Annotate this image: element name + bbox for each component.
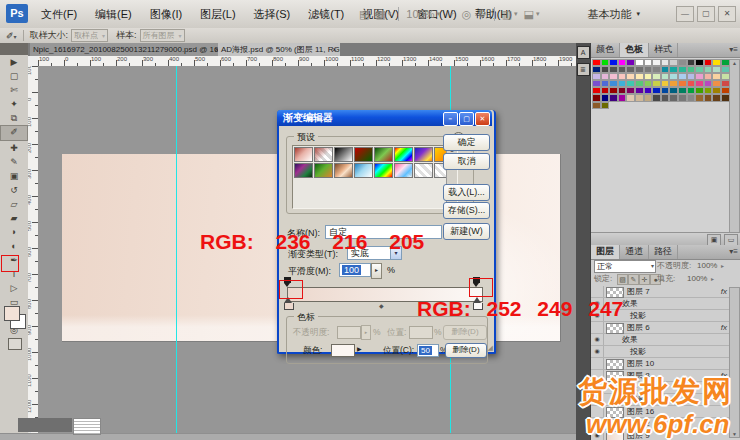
healing-brush-tool[interactable]: ✚	[1, 141, 27, 155]
color-swatch[interactable]	[695, 59, 704, 66]
stop-color-swatch[interactable]	[331, 344, 355, 357]
color-swatch[interactable]	[644, 73, 653, 80]
color-swatch[interactable]	[678, 73, 687, 80]
color-swatch[interactable]	[661, 94, 670, 101]
color-swatch[interactable]	[669, 66, 678, 73]
layer-row-图层 6[interactable]: 图层 6fx▴	[591, 322, 740, 334]
color-swatch[interactable]	[609, 59, 618, 66]
layer-thumbnail[interactable]	[606, 359, 624, 370]
menu-item-edit[interactable]: 编辑(E)	[86, 0, 141, 28]
color-swatch[interactable]	[635, 73, 644, 80]
swatches-scrollbar[interactable]: ▲	[729, 59, 740, 233]
gradient-preset-12[interactable]	[354, 163, 373, 178]
color-swatch[interactable]	[592, 66, 601, 73]
color-swatch[interactable]	[652, 94, 661, 101]
color-swatch[interactable]	[609, 73, 618, 80]
color-swatch[interactable]	[678, 94, 687, 101]
gradient-tool[interactable]: ▰	[1, 211, 27, 225]
color-swatch[interactable]	[626, 73, 635, 80]
color-swatch[interactable]	[661, 80, 670, 87]
dodge-tool[interactable]: ◐	[1, 239, 27, 253]
color-swatch[interactable]	[704, 94, 713, 101]
color-swatch[interactable]	[635, 80, 644, 87]
color-swatch[interactable]	[626, 94, 635, 101]
color-swatch[interactable]	[592, 94, 601, 101]
color-swatch[interactable]	[695, 80, 704, 87]
color-swatch[interactable]	[678, 80, 687, 87]
color-swatch[interactable]	[592, 80, 601, 87]
dialog-title-bar[interactable]: 渐变编辑器 ﹣▢✕	[277, 110, 492, 126]
gradient-preset-14[interactable]	[394, 163, 413, 178]
color-swatch[interactable]	[712, 66, 721, 73]
color-swatch[interactable]	[704, 59, 713, 66]
gradient-preset-15[interactable]	[414, 163, 433, 178]
maximize-button[interactable]: ▢	[459, 112, 474, 126]
color-swatch[interactable]	[618, 80, 627, 87]
eyedropper-tool[interactable]: ✐	[0, 125, 28, 141]
color-swatch[interactable]	[609, 80, 618, 87]
lasso-tool[interactable]: ✄	[1, 83, 27, 97]
minimize-button[interactable]: —	[676, 6, 694, 22]
color-swatch[interactable]	[644, 66, 653, 73]
gradient-preset-7[interactable]	[414, 147, 433, 162]
gradient-preset-1[interactable]	[294, 147, 313, 162]
color-flyout-icon[interactable]: ▶	[357, 345, 362, 352]
color-swatch[interactable]	[712, 87, 721, 94]
blur-tool[interactable]: ◗	[1, 225, 27, 239]
gradient-preset-6[interactable]	[394, 147, 413, 162]
fx-badge[interactable]: fx	[721, 286, 727, 297]
workspace-switcher[interactable]: 基本功能 ▾	[587, 0, 640, 28]
delete-button[interactable]: 删除(D)	[445, 343, 487, 358]
panel-menu-icon[interactable]: ▾≡	[729, 245, 738, 259]
color-swatch[interactable]	[609, 87, 618, 94]
color-swatch[interactable]	[626, 59, 635, 66]
color-swatch[interactable]	[661, 59, 670, 66]
panel-menu-icon[interactable]: ▾≡	[729, 43, 738, 57]
menu-item-select[interactable]: 选择(S)	[245, 0, 300, 28]
quick-mask-button[interactable]	[8, 338, 22, 350]
color-swatch[interactable]	[601, 102, 610, 109]
quick-selection-tool[interactable]: ✦	[1, 97, 27, 111]
hand-icon[interactable]: ☞	[446, 8, 456, 21]
foreground-color-swatch[interactable]	[4, 306, 20, 321]
marquee-tool[interactable]: ▢	[1, 69, 27, 83]
color-swatch[interactable]	[601, 94, 610, 101]
color-swatch[interactable]	[704, 80, 713, 87]
visibility-box[interactable]	[591, 358, 604, 369]
visibility-box[interactable]	[591, 286, 604, 297]
screen-mode-icon[interactable]: ⬓▾	[524, 8, 540, 21]
color-swatch[interactable]	[687, 66, 696, 73]
gradient-preset-2[interactable]	[314, 147, 333, 162]
color-swatch[interactable]	[669, 87, 678, 94]
color-swatch[interactable]	[644, 94, 653, 101]
color-swatch[interactable]	[678, 87, 687, 94]
layer-row-图层 10[interactable]: 图层 10	[591, 358, 740, 370]
close-button[interactable]: ✕	[475, 112, 490, 126]
sample-dropdown[interactable]: 所有图层▾	[140, 29, 185, 42]
color-swatch[interactable]	[695, 87, 704, 94]
gradient-preset-10[interactable]	[314, 163, 333, 178]
lock-transparency-icon[interactable]: ▨	[617, 274, 628, 285]
swatches-tab-色板[interactable]: 色板	[620, 43, 649, 57]
gradient-preset-5[interactable]	[374, 147, 393, 162]
color-swatch[interactable]	[626, 66, 635, 73]
layers-tab-图层[interactable]: 图层	[591, 245, 620, 259]
color-swatch[interactable]	[687, 73, 696, 80]
color-swatch[interactable]	[695, 73, 704, 80]
color-swatch[interactable]	[712, 80, 721, 87]
color-swatch[interactable]	[644, 87, 653, 94]
layers-tab-路径[interactable]: 路径	[649, 245, 678, 259]
sample-size-dropdown[interactable]: 取样点▾	[71, 29, 108, 42]
lock-paint-icon[interactable]: ✎	[628, 274, 639, 285]
path-selection-tool[interactable]: ▷	[1, 281, 27, 295]
color-swatch[interactable]	[644, 80, 653, 87]
color-swatch[interactable]	[678, 59, 687, 66]
color-swatch[interactable]	[635, 66, 644, 73]
color-swatch[interactable]	[609, 94, 618, 101]
eraser-tool[interactable]: ▱	[1, 197, 27, 211]
color-swatch[interactable]	[601, 66, 610, 73]
color-swatch[interactable]	[601, 59, 610, 66]
color-swatch[interactable]	[704, 87, 713, 94]
tools-panel-header[interactable]	[0, 43, 28, 55]
visibility-box[interactable]	[591, 322, 604, 333]
